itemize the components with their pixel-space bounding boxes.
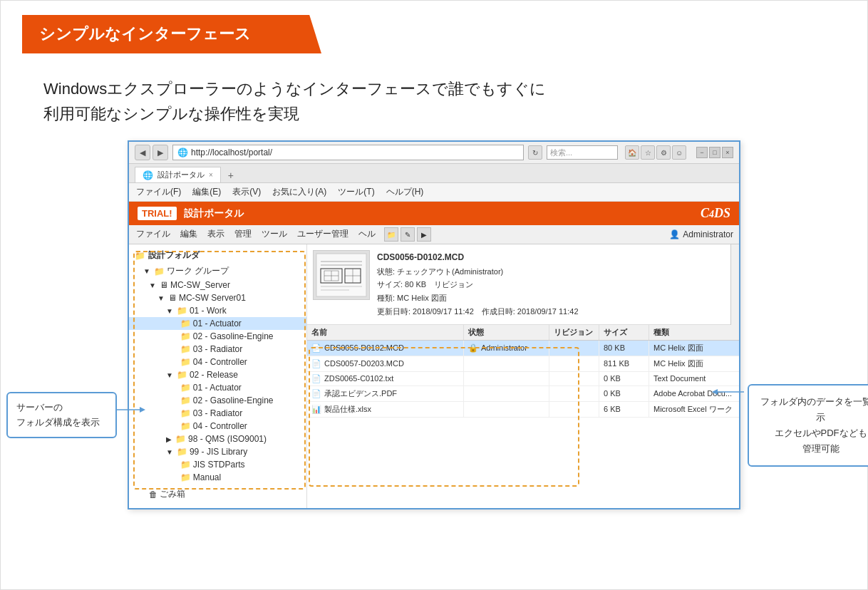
menu-manage[interactable]: 管理 (233, 227, 253, 242)
toolbar-icon-1[interactable]: 📁 (384, 227, 398, 242)
expand-icon (175, 346, 177, 353)
tree-item-gasoline[interactable]: 📁 02 - Gasoline-Engine (129, 330, 306, 343)
tree-item-server01[interactable]: ▼ 🖥 MC-SW Server01 (129, 291, 306, 304)
menu-tools[interactable]: ツール (260, 227, 289, 242)
tree-item-rel-controller[interactable]: 📁 04 - Controller (129, 420, 306, 433)
preview-scrollbar[interactable] (730, 244, 739, 324)
col-revision[interactable]: リビジョン (549, 325, 599, 340)
menu-view[interactable]: 表示 (206, 227, 226, 242)
file-icon-txt: 📄 (311, 374, 321, 383)
table-row[interactable]: 📊 製品仕様.xlsx 6 KB Microsoft Excel ワーク 201… (307, 402, 739, 418)
tree-item-jis-parts[interactable]: 📁 JIS STDParts (129, 458, 306, 471)
browser-menu-edit[interactable]: 編集(E) (191, 185, 222, 199)
app-container: TRIAL! 設計ポータル C4DS ファイル 編集 表示 管理 ツール (129, 202, 739, 508)
preview-status: 状態: チェックアウト(Administrator) (377, 265, 579, 279)
callout-right-text: フォルダ内のデータを一覧表示エクセルやPDFなども管理可能 (760, 396, 868, 454)
tree-item-work[interactable]: ▼ 📁 01 - Work (129, 304, 306, 317)
expand-icon (175, 333, 177, 341)
tree-item-trash[interactable]: 🗑 ごみ箱 (129, 487, 306, 502)
tree-item-radiator[interactable]: 📁 03 - Radiator (129, 343, 306, 356)
menu-user[interactable]: ユーザー管理 (296, 227, 350, 242)
minimize-button[interactable]: − (696, 147, 708, 158)
callout-left-text: サーバーのフォルダ構成を表示 (16, 402, 100, 428)
tree-item-workgroup[interactable]: ▼ 📁 ワーク グループ (129, 264, 306, 279)
menu-help[interactable]: ヘル (357, 227, 377, 242)
file-preview-row: CDS0056-D0102.MCD 状態: チェックアウト(Administra… (307, 244, 739, 324)
forward-button[interactable]: ▶ (153, 145, 168, 160)
callout-right: フォルダ内のデータを一覧表示エクセルやPDFなども管理可能 (748, 384, 868, 467)
tree-item-actuator[interactable]: 📁 01 - Actuator (129, 317, 306, 330)
cell-type-4: Adobe Acrobat Docu... (649, 386, 739, 401)
tree-item-rel-radiator[interactable]: 📁 03 - Radiator (129, 407, 306, 420)
cell-revision-1 (549, 341, 599, 356)
page-container: シンプルなインターフェース Windowsエクスプローラーのようなインターフェー… (0, 0, 868, 590)
app-logo: C4DS (701, 206, 730, 221)
jis-label: 99 - JIS Library (190, 447, 247, 457)
table-row[interactable]: 📄 承認エビデンス.PDF 0 KB Adobe Acrobat Docu...… (307, 386, 739, 402)
expand-icon (175, 461, 177, 469)
screenshot-wrapper: ◀ ▶ 🌐 http://localhost/portal/ ↻ 検索... (1, 140, 867, 531)
gasoline-label: 02 - Gasoline-Engine (193, 331, 274, 341)
maximize-button[interactable]: □ (709, 147, 720, 158)
tree-item-qms[interactable]: ▶ 📁 98 - QMS (ISO9001) (129, 433, 306, 445)
cell-name-2: 📄 CDS0057-D0203.MCD (307, 356, 464, 371)
toolbar-icon-2[interactable]: ✎ (401, 227, 415, 242)
qms-icon: 📁 (175, 434, 186, 444)
col-name[interactable]: 名前 (307, 325, 464, 340)
close-button[interactable]: × (722, 147, 733, 158)
table-row[interactable]: 📄 ZDS0065-C0102.txt 0 KB Text Document 2… (307, 372, 739, 386)
col-type[interactable]: 種類 (649, 325, 739, 340)
preview-type: 種類: MC Helix 図面 (377, 291, 579, 305)
col-status[interactable]: 状態 (464, 325, 549, 340)
tree-item-manual[interactable]: 📁 Manual (129, 471, 306, 484)
preview-size: サイズ: 80 KB リビジョン (377, 278, 579, 291)
file-list-header: 名前 状態 リビジョン サイズ 種類 更新日時 (307, 325, 739, 341)
browser-menu-tools[interactable]: ツール(T) (336, 185, 376, 199)
menu-edit[interactable]: 編集 (179, 227, 199, 242)
browser-tab-active[interactable]: 🌐 設計ポータル × (135, 167, 221, 182)
back-button[interactable]: ◀ (135, 145, 150, 160)
refresh-button[interactable]: ↻ (528, 145, 542, 160)
url-bar[interactable]: 🌐 http://localhost/portal/ (172, 145, 524, 160)
lock-icon: 🔒 (468, 343, 478, 353)
menu-file[interactable]: ファイル (135, 227, 172, 242)
table-row[interactable]: 📄 CDS0057-D0203.MCD 811 KB MC Helix 図面 2… (307, 356, 739, 372)
app-main: 📁 設計フォルダ ▼ 📁 ワーク グループ ▼ 🖥 (129, 244, 739, 508)
desc-line2: 利用可能なシンプルな操作性を実現 (43, 105, 299, 123)
new-tab-button[interactable]: + (224, 168, 238, 182)
search-bar[interactable]: 検索... (547, 145, 618, 160)
tree-item-release[interactable]: ▼ 📁 02 - Release (129, 368, 306, 381)
preview-date: 更新日時: 2018/09/17 11:42 作成日時: 2018/09/17 … (377, 305, 579, 319)
actuator-icon: 📁 (180, 319, 191, 328)
cell-status-5 (464, 402, 549, 417)
settings-button[interactable]: ⚙ (656, 145, 671, 160)
home-button[interactable]: 🏠 (625, 145, 639, 160)
browser-menu-view[interactable]: 表示(V) (231, 185, 262, 199)
tree-item-rel-gasoline[interactable]: 📁 02 - Gasoline-Engine (129, 394, 306, 407)
radiator-icon: 📁 (180, 344, 191, 354)
tree-item-jis[interactable]: ▼ 📁 99 - JIS Library (129, 445, 306, 458)
tree-item-rel-actuator[interactable]: 📁 01 - Actuator (129, 381, 306, 394)
browser-menu-favorites[interactable]: お気に入り(A) (271, 185, 328, 199)
cell-size-3: 0 KB (599, 372, 649, 385)
col-size[interactable]: サイズ (599, 325, 649, 340)
header-title: シンプルなインターフェース (39, 25, 251, 43)
table-row[interactable]: 📄 CDS0056-D0102.MCD 🔒 Administrator 80 K… (307, 341, 739, 356)
browser-menu-file[interactable]: ファイル(F) (135, 185, 182, 199)
browser-menu-help[interactable]: ヘルプ(H) (385, 185, 425, 199)
browser-tab-bar: 🌐 設計ポータル × + (129, 164, 739, 183)
star-button[interactable]: ☆ (641, 145, 655, 160)
app-toolbar: ファイル 編集 表示 管理 ツール ユーザー管理 ヘル 📁 ✎ ▶ (129, 225, 739, 244)
tree-item-controller[interactable]: 📁 04 - Controller (129, 356, 306, 368)
tab-close-button[interactable]: × (209, 171, 213, 179)
expand-icon (175, 423, 177, 430)
toolbar-icon-3[interactable]: ▶ (417, 227, 431, 242)
expand-icon (175, 358, 177, 366)
cell-status-4 (464, 386, 549, 401)
manual-label: Manual (193, 472, 221, 482)
expand-icon (175, 410, 177, 418)
radiator-label: 03 - Radiator (193, 344, 242, 354)
rel-controller-icon: 📁 (180, 421, 191, 431)
tree-item-server[interactable]: ▼ 🖥 MC-SW_Server (129, 279, 306, 291)
smiley-button[interactable]: ☺ (672, 145, 686, 160)
